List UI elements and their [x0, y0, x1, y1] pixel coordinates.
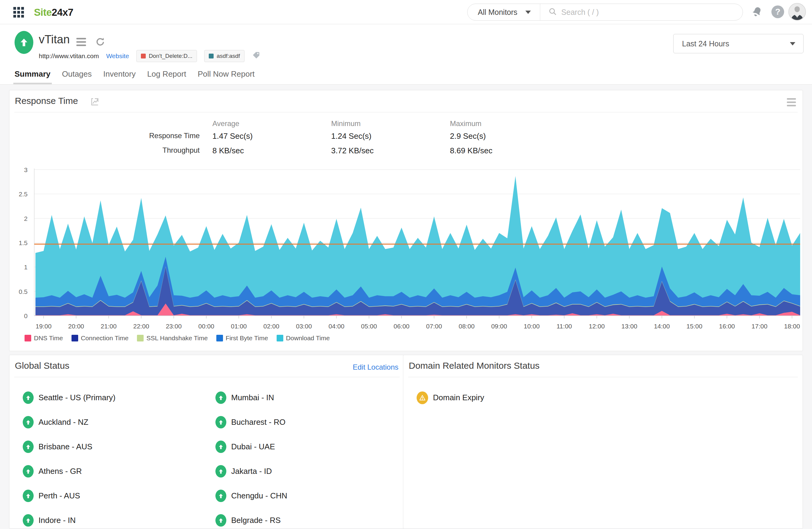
status-up-icon: [23, 441, 34, 453]
logo-part-dark: 24x7: [52, 7, 73, 18]
monitor-filter-dropdown[interactable]: All Monitors: [467, 4, 540, 20]
card-menu-icon[interactable]: [787, 98, 796, 106]
top-bar: Site24x7 All Monitors ?: [0, 0, 812, 24]
monitor-actions-menu-icon[interactable]: [76, 38, 86, 46]
svg-text:22:00: 22:00: [133, 323, 149, 329]
location-label: Belgrade - RS: [231, 516, 280, 525]
location-label: Jakarta - ID: [231, 467, 272, 476]
status-up-icon: [23, 416, 34, 428]
stat-throughput-max: 8.69 KB/sec: [450, 146, 492, 156]
stat-response-min: 1.24 Sec(s): [331, 132, 372, 141]
stat-throughput-min: 3.72 KB/sec: [331, 146, 374, 156]
svg-text:12:00: 12:00: [589, 323, 605, 329]
global-status-title: Global Status: [15, 361, 69, 371]
legend-item-first-byte-time[interactable]: First Byte Time: [216, 335, 268, 342]
tab-summary[interactable]: Summary: [15, 69, 50, 83]
stats-row-label: Response Time: [100, 132, 200, 140]
response-time-title: Response Time: [15, 96, 78, 106]
monitor-header: vTitan http://www.vtitan.com Website Don…: [0, 25, 812, 84]
status-up-icon: [215, 416, 226, 428]
svg-text:0: 0: [24, 312, 28, 319]
tab-inventory[interactable]: Inventory: [103, 69, 136, 83]
search-input[interactable]: [562, 8, 719, 17]
legend-label: Download Time: [286, 335, 330, 342]
monitor-type-link[interactable]: Website: [106, 53, 129, 60]
svg-text:16:00: 16:00: [719, 323, 735, 329]
location-item: Dubai - UAE: [215, 435, 287, 459]
tab-log-report[interactable]: Log Report: [147, 69, 186, 83]
time-range-dropdown[interactable]: Last 24 Hours: [673, 34, 803, 53]
domain-item[interactable]: Domain Expiry: [417, 385, 484, 410]
legend-swatch: [137, 335, 144, 341]
notifications-bell-icon[interactable]: [750, 5, 764, 20]
trend-chart-icon[interactable]: [91, 98, 99, 107]
location-label: Dubai - UAE: [231, 442, 275, 452]
help-icon[interactable]: ?: [771, 5, 784, 18]
legend-swatch: [277, 335, 283, 341]
chart-legend: DNS TimeConnection TimeSSL Handshake Tim…: [25, 335, 330, 342]
svg-text:1: 1: [24, 264, 28, 270]
chevron-down-icon: [790, 42, 795, 45]
location-item: Chengdu - CHN: [215, 484, 287, 508]
location-label: Chengdu - CHN: [231, 491, 287, 500]
legend-swatch: [25, 335, 31, 341]
refresh-icon[interactable]: [95, 36, 106, 49]
tag-label: asdf:asdf: [217, 53, 240, 59]
location-item: Perth - AUS: [23, 484, 115, 508]
svg-text:00:00: 00:00: [199, 323, 215, 329]
stats-header-minimum: Minimum: [331, 119, 361, 128]
location-item: Belgrade - RS: [215, 508, 287, 529]
location-item: Indore - IN: [23, 508, 115, 529]
svg-text:20:00: 20:00: [68, 323, 84, 329]
app-launcher-icon[interactable]: [13, 7, 24, 18]
location-item: Bucharest - RO: [215, 410, 287, 435]
stat-response-max: 2.9 Sec(s): [450, 132, 486, 141]
tab-outages[interactable]: Outages: [62, 69, 92, 83]
location-label: Brisbane - AUS: [39, 442, 92, 452]
legend-swatch: [72, 335, 78, 341]
location-item: Seattle - US (Primary): [23, 385, 115, 410]
tab-poll-now-report[interactable]: Poll Now Report: [198, 69, 255, 83]
stats-row-label: Throughput: [100, 146, 200, 155]
divider: [14, 377, 400, 377]
tag-icon[interactable]: [252, 51, 261, 61]
legend-label: DNS Time: [34, 335, 63, 342]
domain-monitors-title: Domain Related Monitors Status: [409, 361, 540, 371]
monitor-status-up-icon: [15, 31, 33, 54]
divider: [408, 377, 798, 377]
svg-text:3: 3: [24, 166, 28, 173]
svg-text:2: 2: [24, 215, 28, 222]
svg-text:04:00: 04:00: [329, 323, 345, 329]
status-up-icon: [215, 490, 226, 502]
legend-label: First Byte Time: [226, 335, 268, 342]
status-up-icon: [23, 465, 34, 477]
divider: [14, 112, 798, 113]
location-label: Seattle - US (Primary): [39, 393, 115, 402]
svg-text:02:00: 02:00: [263, 323, 279, 329]
status-up-icon: [215, 514, 226, 527]
svg-text:14:00: 14:00: [654, 323, 670, 329]
legend-item-ssl-handshake-time[interactable]: SSL Handshake Time: [137, 335, 207, 342]
tag-chip[interactable]: Don't_Delete:D...: [136, 50, 197, 62]
monitor-filter-label: All Monitors: [478, 8, 518, 17]
response-time-chart[interactable]: 00.511.522.5319:0020:0021:0022:0023:0000…: [10, 164, 803, 334]
legend-item-dns-time[interactable]: DNS Time: [25, 335, 63, 342]
response-time-card: Response Time Average Minimum Maximum Re…: [9, 90, 803, 351]
edit-locations-link[interactable]: Edit Locations: [353, 363, 398, 371]
svg-text:10:00: 10:00: [524, 323, 540, 329]
svg-text:03:00: 03:00: [296, 323, 312, 329]
tag-chip[interactable]: asdf:asdf: [204, 50, 245, 62]
location-label: Auckland - NZ: [39, 417, 88, 427]
location-label: Bucharest - RO: [231, 417, 286, 427]
user-avatar[interactable]: [788, 3, 806, 20]
legend-item-download-time[interactable]: Download Time: [277, 335, 330, 342]
site24x7-logo[interactable]: Site24x7: [34, 7, 73, 18]
legend-label: SSL Handshake Time: [146, 335, 207, 342]
legend-label: Connection Time: [81, 335, 129, 342]
legend-item-connection-time[interactable]: Connection Time: [72, 335, 129, 342]
svg-text:23:00: 23:00: [166, 323, 182, 329]
page: Site24x7 All Monitors ? vTitan: [0, 0, 812, 529]
location-label: Mumbai - IN: [231, 393, 274, 402]
locations-column-1: Seattle - US (Primary) Auckland - NZ Bri…: [23, 385, 115, 529]
tag-color-swatch: [141, 54, 146, 58]
